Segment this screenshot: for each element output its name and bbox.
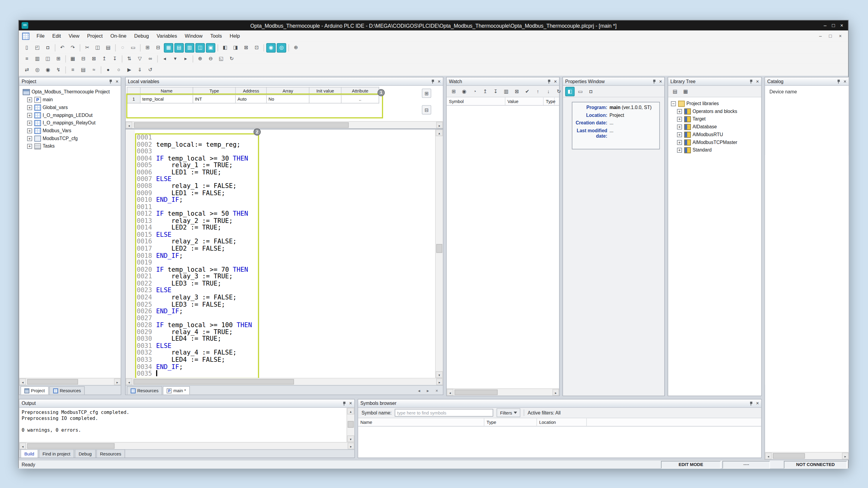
scrollbar-track[interactable] [436,136,443,371]
column-header-type[interactable]: Type [484,418,537,426]
view-fbd-icon[interactable]: ▤ [175,43,184,52]
code-line[interactable]: 0023ELSE [126,287,435,294]
communication-settings-icon[interactable]: ⇄ [22,65,31,74]
redo-icon[interactable]: ↷ [68,43,78,52]
grid-insert-icon[interactable]: ⊞ [422,89,431,98]
pin-icon[interactable] [547,79,551,84]
code-line[interactable]: 0033 LED4 := FALSE; [126,356,435,363]
attribute-cell[interactable]: .. [341,95,379,104]
menu-view[interactable]: View [65,30,83,41]
code-line[interactable]: 0016 relay_2 := FALSE; [126,238,435,245]
scroll-left-button[interactable]: ◂ [126,378,132,385]
save-project-icon[interactable]: ◘ [43,43,53,52]
pin-icon[interactable] [749,79,753,84]
tree-item-modbus-vars[interactable]: +Modbus_Vars [19,127,121,135]
column-header-value[interactable]: Value [505,97,544,105]
scrollbar-thumb[interactable] [133,379,294,384]
layout-icon[interactable]: ▥ [33,54,42,63]
copy-icon[interactable]: ◫ [93,43,102,52]
tree-item-operators-and-blocks[interactable]: +Operators and blocks [668,107,761,115]
menu-tools[interactable]: Tools [207,30,226,41]
variable-row[interactable]: 1temp_localINTAutoNo.. [127,95,379,104]
zoom-out-icon[interactable]: ⊖ [206,54,215,63]
scrollbar-track[interactable] [132,122,436,128]
new-project-icon[interactable]: ▯ [22,43,31,52]
code-line[interactable]: 0014 LED2 := TRUE; [126,224,435,231]
tree-item-almodbusrtu[interactable]: +AlModbusRTU [668,130,761,138]
prev-bookmark-icon[interactable]: ◂ [160,54,169,63]
refresh-icon[interactable]: ↻ [227,54,236,63]
watch-export-icon[interactable]: ↥ [480,87,490,96]
close-icon[interactable]: × [116,79,119,84]
save-icon[interactable]: ◘ [586,87,595,96]
symbols-titlebar[interactable]: Symbols browser × [358,399,761,408]
connect-icon[interactable]: ◉ [266,43,276,52]
view-ld-icon[interactable]: ▥ [185,43,194,52]
init-value-cell[interactable] [310,95,342,104]
expander-icon[interactable]: + [27,113,32,118]
scrollbar-thumb[interactable] [773,453,805,458]
code-line[interactable]: 0013 relay_2 := TRUE; [126,217,435,224]
live-debug-icon[interactable]: ≡ [68,65,78,74]
scroll-up-button[interactable]: ▴ [436,130,443,136]
scroll-left-button[interactable]: ◂ [447,389,453,395]
menu-window[interactable]: Window [181,30,207,41]
mdi-minimize-button[interactable]: – [817,33,824,38]
expander-icon[interactable]: + [677,140,682,145]
mdi-restore-button[interactable]: □ [827,33,834,38]
scrollbar-track[interactable] [453,389,553,395]
stop-icon[interactable]: ○ [114,65,123,74]
target-device-icon[interactable]: ◉ [43,65,53,74]
grid-view-icon[interactable]: ▦ [68,54,78,63]
code-line[interactable]: 0018END_IF; [126,252,435,259]
library-titlebar[interactable]: Library Tree × [668,77,761,86]
code-line[interactable]: 0003 [126,148,435,155]
symbols-body[interactable] [358,427,761,458]
tree-item-i-o-mappings-relayout[interactable]: +I_O_mappings_RelayOut [19,119,121,127]
watch-glasses-icon[interactable]: ◔ [470,87,479,96]
output-vscrollbar[interactable]: ▴▾ [347,408,354,442]
name-cell[interactable]: temp_local [141,95,193,104]
scroll-right-button[interactable]: ▸ [114,378,121,385]
editor-vscrollbar[interactable]: ▴▾ [435,130,443,378]
cross-reference-icon[interactable]: ∞ [146,54,155,63]
pin-icon[interactable] [749,401,753,406]
next-bookmark-icon[interactable]: ▸ [181,54,190,63]
scrollbar-thumb[interactable] [436,244,442,253]
open-project-icon[interactable]: ◰ [33,43,42,52]
watch-refresh-icon[interactable]: ↻ [554,87,564,96]
undo-icon[interactable]: ↶ [58,43,67,52]
code-line[interactable]: 0010END_IF; [126,196,435,203]
workspace-icon[interactable]: ≡ [22,54,31,63]
scrollbar-track[interactable] [26,378,114,385]
menu-file[interactable]: File [33,30,48,41]
delete-row-icon[interactable]: ⊠ [89,54,98,63]
watch-move-down-icon[interactable]: ↓ [544,87,553,96]
bookmark-icon[interactable]: ▾ [170,54,180,63]
pin-icon[interactable] [108,79,113,84]
tab-debug[interactable]: Debug [75,449,96,458]
mdi-close-button[interactable]: × [837,33,844,38]
scroll-right-button[interactable]: ▸ [553,389,559,395]
column-header-symbol[interactable]: Symbol [447,97,505,105]
local-variables-titlebar[interactable]: Local variables × [126,77,443,86]
menu-variables[interactable]: Variables [153,30,181,41]
minimize-button[interactable]: – [821,21,830,30]
address-cell[interactable]: Auto [236,95,267,104]
watch-import-icon[interactable]: ↧ [491,87,500,96]
scrollbar-thumb[interactable] [347,421,353,428]
column-header-num[interactable] [127,87,141,95]
grid-delete-icon[interactable]: ⊟ [422,105,431,115]
expander-icon[interactable]: + [27,97,32,102]
code-line[interactable]: 0032 relay_4 := FALSE; [126,350,435,356]
pin-icon[interactable] [836,79,841,84]
tree-item-project-root[interactable]: Opta_Modbus_Thermocouple Project [19,88,121,96]
column-header-init-value[interactable]: Init value [310,87,342,95]
output-titlebar[interactable]: Output × [19,399,354,408]
catalog-titlebar[interactable]: Catalog × [765,77,848,86]
compile-icon[interactable]: ◧ [220,43,230,52]
project-hscrollbar[interactable]: ◂▸ [19,378,121,385]
paste-icon[interactable]: ▤ [103,43,113,52]
expander-icon[interactable]: + [677,109,682,114]
scrollbar-track[interactable] [132,378,436,385]
